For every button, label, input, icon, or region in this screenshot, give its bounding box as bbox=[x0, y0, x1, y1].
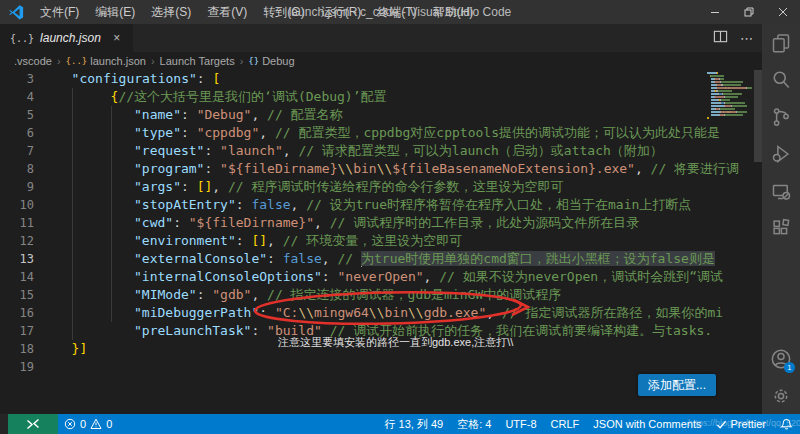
breadcrumb: .vscode›{..}launch.json›Launch Targets›{… bbox=[0, 52, 762, 70]
minimap[interactable] bbox=[706, 72, 752, 123]
close-window-button[interactable] bbox=[766, 0, 800, 24]
code-line[interactable]: 10"stopAtEntry": false, // 设为true时程序将暂停在… bbox=[0, 196, 762, 214]
code-line[interactable]: 9"args": [], // 程序调试时传递给程序的命令行参数，这里设为空即可 bbox=[0, 178, 762, 196]
code-line[interactable]: 4{//这个大括号里是我们的‘调试(Debug)’配置 bbox=[0, 88, 762, 106]
line-number: 18 bbox=[0, 340, 34, 358]
error-count: 0 bbox=[80, 418, 86, 430]
minimize-button[interactable] bbox=[698, 0, 732, 24]
line-number: 11 bbox=[0, 214, 34, 232]
code-text: "environment": [], // 环境变量，这里设为空即可 bbox=[56, 232, 462, 250]
remote-indicator[interactable] bbox=[8, 414, 58, 434]
title-bar: 文件(F)编辑(E)选择(S)查看(V)转到(G)运行(R)终端(T)帮助(H)… bbox=[0, 0, 800, 24]
code-text: "args": [], // 程序调试时传递给程序的命令行参数，这里设为空即可 bbox=[56, 178, 563, 196]
breadcrumb-item[interactable]: {}Debug bbox=[248, 55, 294, 67]
code-text: "internalConsoleOptions": "neverOpen", /… bbox=[56, 268, 723, 286]
problems-status[interactable]: 0 0 bbox=[58, 414, 118, 434]
breadcrumb-item[interactable]: {..}launch.json bbox=[66, 55, 146, 67]
menu-item[interactable]: 文件(F) bbox=[32, 0, 87, 24]
indent-guide bbox=[111, 106, 112, 322]
breadcrumb-label: .vscode bbox=[14, 55, 52, 67]
line-number: 16 bbox=[0, 304, 34, 322]
split-editor-icon[interactable] bbox=[713, 29, 728, 48]
indent-guide bbox=[72, 88, 73, 340]
account-badge: 1 bbox=[784, 362, 795, 373]
code-text: "cwd": "${fileDirname}", // 调试程序时的工作目录，此… bbox=[56, 214, 639, 232]
run-debug-icon[interactable] bbox=[762, 135, 800, 172]
code-text: "program": "${fileDirname}\\bin\\${fileB… bbox=[56, 160, 739, 178]
code-text: "configurations": [ bbox=[56, 70, 220, 88]
source-control-icon[interactable] bbox=[762, 98, 800, 135]
code-text: "request": "launch", // 请求配置类型，可以为launch… bbox=[56, 142, 663, 160]
breadcrumb-separator: › bbox=[57, 55, 61, 67]
line-number: 8 bbox=[0, 160, 34, 178]
line-number: 3 bbox=[0, 70, 34, 88]
menu-item[interactable]: 查看(V) bbox=[199, 0, 255, 24]
breadcrumb-item[interactable]: .vscode bbox=[14, 55, 52, 67]
tab-label: launch.json bbox=[40, 31, 101, 45]
extensions-icon[interactable] bbox=[762, 209, 800, 246]
breadcrumb-label: launch.json bbox=[90, 55, 146, 67]
breadcrumb-label: Launch Targets bbox=[160, 55, 235, 67]
code-line[interactable]: 15"MIMode": "gdb", // 指定连接的调试器，gdb是minGW… bbox=[0, 286, 762, 304]
code-editor[interactable]: 3"configurations": [4{//这个大括号里是我们的‘调试(De… bbox=[0, 70, 762, 414]
code-text: "name": "Debug", // 配置名称 bbox=[56, 106, 343, 124]
language-mode[interactable]: JSON with Comments bbox=[586, 414, 708, 434]
line-number: 14 bbox=[0, 268, 34, 286]
vscode-window: 文件(F)编辑(E)选择(S)查看(V)转到(G)运行(R)终端(T)帮助(H)… bbox=[0, 0, 800, 434]
cursor-position[interactable]: 行 13, 列 49 bbox=[377, 414, 450, 434]
code-text: "stopAtEntry": false, // 设为true时程序将暂停在程序… bbox=[56, 196, 691, 214]
line-number: 4 bbox=[0, 88, 34, 106]
statusbar-gap bbox=[0, 414, 8, 434]
line-number: 19 bbox=[0, 358, 34, 376]
indentation-status[interactable]: 空格: 4 bbox=[450, 414, 498, 434]
json-file-icon: {..} bbox=[10, 33, 34, 44]
restore-button[interactable] bbox=[732, 0, 766, 24]
line-number: 7 bbox=[0, 142, 34, 160]
code-line[interactable]: 7"request": "launch", // 请求配置类型，可以为launc… bbox=[0, 142, 762, 160]
code-line[interactable]: 11"cwd": "${fileDirname}", // 调试程序时的工作目录… bbox=[0, 214, 762, 232]
line-number: 9 bbox=[0, 178, 34, 196]
code-line[interactable]: 8"program": "${fileDirname}\\bin\\${file… bbox=[0, 160, 762, 178]
code-line[interactable]: 13"externalConsole": false, // 为true时使用单… bbox=[0, 250, 762, 268]
menu-item[interactable]: 选择(S) bbox=[143, 0, 199, 24]
code-text: }] bbox=[56, 340, 87, 358]
remote-explorer-icon[interactable] bbox=[762, 172, 800, 209]
code-line[interactable]: 6"type": "cppdbg", // 配置类型，cppdbg对应cppto… bbox=[0, 124, 762, 142]
object-symbol-icon: {} bbox=[248, 56, 259, 66]
formatter-status[interactable]: Prettier bbox=[709, 414, 773, 434]
line-number: 15 bbox=[0, 286, 34, 304]
code-line[interactable]: 16"miDebuggerPath": "C:\\mingw64\\bin\\g… bbox=[0, 304, 762, 322]
note-annotation: 注意这里要填安装的路径一直到gdb.exe,注意打\\ bbox=[278, 335, 513, 350]
window-title: launch.json - c_code - Visual Studio Cod… bbox=[289, 0, 512, 24]
breadcrumb-separator: › bbox=[151, 55, 155, 67]
code-line[interactable]: 3"configurations": [ bbox=[0, 70, 762, 88]
code-text: {//这个大括号里是我们的‘调试(Debug)’配置 bbox=[56, 88, 387, 106]
code-lines: 3"configurations": [4{//这个大括号里是我们的‘调试(De… bbox=[0, 70, 762, 376]
vertical-scrollbar[interactable] bbox=[754, 70, 762, 162]
explorer-icon[interactable] bbox=[762, 24, 800, 61]
menu-item[interactable]: 编辑(E) bbox=[87, 0, 143, 24]
eol-status[interactable]: CRLF bbox=[544, 414, 587, 434]
code-line[interactable]: 5"name": "Debug", // 配置名称 bbox=[0, 106, 762, 124]
code-line[interactable]: 14"internalConsoleOptions": "neverOpen",… bbox=[0, 268, 762, 286]
more-actions-icon[interactable]: ⋯ bbox=[740, 31, 754, 46]
breadcrumb-label: Debug bbox=[262, 55, 294, 67]
breadcrumb-item[interactable]: Launch Targets bbox=[160, 55, 235, 67]
code-line[interactable]: 12"environment": [], // 环境变量，这里设为空即可 bbox=[0, 232, 762, 250]
encoding-status[interactable]: UTF-8 bbox=[498, 414, 543, 434]
line-number: 10 bbox=[0, 196, 34, 214]
settings-gear-icon[interactable] bbox=[762, 377, 800, 414]
tab-close-icon[interactable]: × bbox=[109, 31, 125, 45]
search-icon[interactable] bbox=[762, 61, 800, 98]
line-number: 13 bbox=[0, 250, 34, 268]
formatter-label: Prettier bbox=[731, 418, 766, 430]
line-number: 6 bbox=[0, 124, 34, 142]
line-number: 17 bbox=[0, 322, 34, 340]
json-symbol-icon: {..} bbox=[66, 56, 88, 66]
tab-launch-json[interactable]: {..} launch.json × bbox=[0, 24, 134, 52]
add-configuration-button[interactable]: 添加配置... bbox=[638, 374, 716, 396]
breadcrumb-separator: › bbox=[240, 55, 244, 67]
notifications-bell-icon[interactable] bbox=[773, 414, 800, 434]
account-icon[interactable]: 1 bbox=[762, 340, 800, 377]
activity-bar: 1 bbox=[762, 24, 800, 414]
